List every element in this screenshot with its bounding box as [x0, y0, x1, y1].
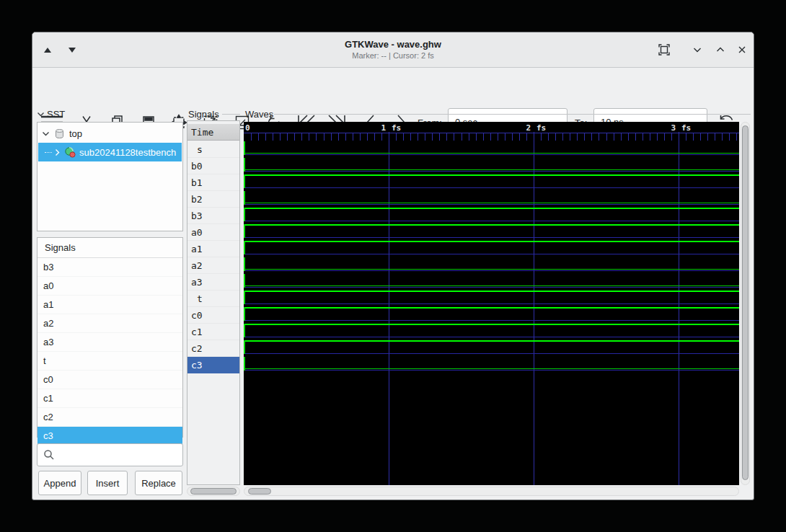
- signal-search-panel: Signals b3a0a1a2a3tc0c1c2c3: [37, 237, 183, 438]
- wave-value-line-c2: [244, 340, 739, 342]
- signal-name-row-a1[interactable]: a1: [187, 241, 239, 257]
- signal-name-row-b3[interactable]: b3: [187, 208, 239, 224]
- timeline-minor-tick: [591, 133, 592, 141]
- signal-name-row-s[interactable]: s: [187, 141, 239, 158]
- timeline-minor-tick: [541, 133, 542, 141]
- lane-baseline-t: [244, 303, 739, 304]
- signal-name-row-a0[interactable]: a0: [187, 224, 239, 241]
- signal-list-item-a3[interactable]: a3: [37, 333, 182, 352]
- insert-button[interactable]: Insert: [87, 471, 128, 495]
- timeline-minor-tick: [715, 133, 715, 141]
- signal-list-item-a0[interactable]: a0: [37, 277, 182, 296]
- replace-button[interactable]: Replace: [135, 471, 182, 495]
- timeline-minor-tick: [316, 133, 317, 141]
- waves-vscrollbar-thumb[interactable]: [742, 125, 749, 480]
- signal-name-row-a3[interactable]: a3: [187, 274, 239, 291]
- wave-left-edge-a1: [244, 241, 245, 254]
- signal-list-item-b3[interactable]: b3: [37, 258, 182, 277]
- timeline-minor-tick: [367, 133, 368, 141]
- timeline-minor-tick: [432, 133, 433, 141]
- waves-hscrollbar-track[interactable]: [244, 487, 739, 496]
- lane-baseline-c2: [244, 353, 739, 354]
- waves-vscrollbar-track[interactable]: [741, 122, 750, 485]
- wave-lane-a0: [244, 223, 739, 240]
- signal-list-item-a1[interactable]: a1: [37, 296, 182, 314]
- wave-lane-b0: [244, 157, 739, 174]
- marker-cursor-status: Marker: -- | Cursor: 2 fs: [32, 51, 754, 60]
- signal-name-row-c2[interactable]: c2: [187, 340, 239, 357]
- wave-lane-b1: [244, 174, 739, 190]
- titlebar[interactable]: GTKWave - wave.ghw Marker: -- | Cursor: …: [32, 32, 754, 68]
- close-button[interactable]: [733, 41, 751, 58]
- signal-name-row-c1[interactable]: c1: [187, 324, 239, 340]
- timeline-minor-tick: [273, 133, 273, 141]
- names-frame-line: [222, 114, 240, 115]
- wave-lane-c1: [244, 323, 739, 340]
- expander-chevron-down-icon: [37, 110, 45, 118]
- waves-hscrollbar-thumb[interactable]: [248, 488, 271, 495]
- signal-list-item-c0[interactable]: c0: [37, 371, 182, 389]
- fit-to-window-button[interactable]: [655, 41, 673, 58]
- lane-baseline-a2: [244, 270, 739, 271]
- signal-list-item-c1[interactable]: c1: [37, 389, 182, 408]
- wave-canvas[interactable]: 01fs2fs3fs: [244, 122, 739, 485]
- signal-list-item-c2[interactable]: c2: [37, 408, 182, 427]
- minimize-button[interactable]: [689, 41, 706, 58]
- signal-name-row-b2[interactable]: b2: [187, 191, 239, 208]
- toolbar: From: 0 sec To: 10 ns: [32, 67, 754, 107]
- names-hscrollbar-track[interactable]: [187, 487, 240, 496]
- signal-name-row-b0[interactable]: b0: [187, 158, 239, 174]
- timeline-minor-tick: [722, 133, 723, 141]
- timeline-label-2-num: 2: [509, 123, 531, 133]
- timeline-minor-tick: [562, 133, 563, 141]
- component-icon: [64, 146, 76, 159]
- signal-list-item-a2[interactable]: a2: [37, 314, 182, 333]
- timeline-minor-tick: [736, 133, 737, 141]
- signal-list: b3a0a1a2a3tc0c1c2c3: [37, 258, 182, 445]
- timeline-minor-tick: [707, 133, 708, 141]
- wave-left-edge-c0: [244, 307, 245, 321]
- timeline-minor-tick: [454, 133, 454, 141]
- timeline-minor-tick: [396, 133, 397, 141]
- timeline-minor-tick: [693, 133, 694, 141]
- wave-left-edge-b2: [244, 191, 245, 205]
- names-hscrollbar-thumb[interactable]: [190, 488, 237, 495]
- timeline-minor-tick: [621, 133, 622, 141]
- wave-value-line-b1: [244, 174, 739, 176]
- signal-name-row-c3[interactable]: c3: [187, 357, 239, 373]
- tree-item-top[interactable]: top: [38, 124, 182, 143]
- lane-baseline-b1: [244, 187, 739, 188]
- wave-left-edge-b0: [244, 158, 245, 172]
- signal-list-item-t[interactable]: t: [37, 352, 182, 371]
- timeline-minor-tick: [526, 133, 527, 141]
- signal-name-row-a2[interactable]: a2: [187, 257, 239, 274]
- tree-expander-down-icon[interactable]: [42, 130, 50, 138]
- sst-section-label[interactable]: SST: [37, 109, 65, 120]
- wave-lane-s: [244, 141, 739, 157]
- wave-value-line-b0: [244, 169, 739, 170]
- append-button[interactable]: Append: [38, 471, 81, 495]
- timeline-label-3-unit: fs: [681, 123, 691, 133]
- lane-baseline-c1: [244, 337, 739, 337]
- signal-name-row-t[interactable]: t: [187, 291, 239, 307]
- timeline-minor-tick: [446, 133, 447, 141]
- timeline-minor-tick: [324, 133, 324, 141]
- timeline-minor-tick: [512, 133, 513, 141]
- timeline-label-1-num: 1: [364, 123, 386, 133]
- time-header-cell[interactable]: Time: [187, 124, 239, 141]
- tree-item-testbench[interactable]: sub20241128testbench: [38, 143, 182, 161]
- gtkwave-window: GTKWave - wave.ghw Marker: -- | Cursor: …: [32, 32, 754, 500]
- wave-left-edge-b1: [244, 174, 245, 188]
- maximize-button[interactable]: [712, 41, 729, 58]
- window-title: GTKWave - wave.ghw: [32, 39, 754, 50]
- signal-name-row-c0[interactable]: c0: [187, 307, 239, 324]
- timeline-label-2-unit: fs: [536, 123, 546, 133]
- wave-value-line-b2: [244, 203, 739, 203]
- wave-value-line-a0: [244, 224, 739, 226]
- tree-expander-right-icon[interactable]: [53, 148, 61, 156]
- signal-search-input[interactable]: [37, 443, 183, 466]
- wave-lane-a3: [244, 273, 739, 290]
- timeline-minor-tick: [664, 133, 665, 141]
- signal-name-row-b1[interactable]: b1: [187, 174, 239, 191]
- timeline-minor-tick: [614, 133, 614, 141]
